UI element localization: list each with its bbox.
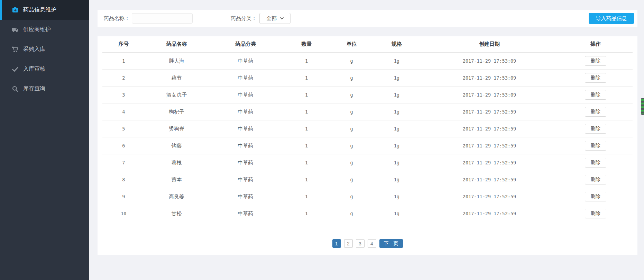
- row-number: 5: [102, 126, 145, 132]
- created-date: 2017-11-29 17:53:09: [421, 58, 559, 64]
- created-date: 2017-11-29 17:52:59: [421, 211, 559, 216]
- unit: g: [330, 126, 373, 132]
- row-number: 1: [102, 58, 145, 64]
- unit: g: [330, 92, 373, 98]
- created-date: 2017-11-29 17:52:59: [421, 126, 559, 132]
- drug-name-input[interactable]: [132, 13, 193, 24]
- table-row: 4枸杞子中草药1g1g2017-11-29 17:52:59删除: [102, 103, 633, 120]
- column-header: 规格: [373, 41, 421, 47]
- quantity: 1: [283, 143, 330, 148]
- import-drug-info-button[interactable]: 导入药品信息: [589, 13, 634, 24]
- unit: g: [330, 58, 373, 64]
- column-header: 单位: [330, 41, 373, 47]
- drug-name: 烫狗脊: [145, 126, 209, 132]
- spec: 1g: [373, 75, 421, 81]
- created-date: 2017-11-29 17:52:59: [421, 160, 559, 165]
- drug-category: 中草药: [209, 160, 283, 166]
- table-row: 5烫狗脊中草药1g1g2017-11-29 17:52:59删除: [102, 120, 633, 137]
- quantity: 1: [283, 109, 330, 115]
- drug-name: 藕节: [145, 75, 209, 81]
- column-header: 药品分类: [209, 41, 283, 47]
- drug-category-selected-value: 全部: [266, 15, 277, 22]
- drug-name: 甘松: [145, 210, 209, 217]
- quantity: 1: [283, 177, 330, 182]
- page-button-2[interactable]: 2: [344, 239, 353, 248]
- row-actions: 删除: [558, 73, 633, 83]
- pagination: 1234下一页: [102, 239, 633, 248]
- row-number: 10: [102, 211, 145, 216]
- drug-category-select[interactable]: 全部: [259, 13, 291, 24]
- column-header: 创建日期: [421, 41, 559, 47]
- medkit-icon: [11, 6, 19, 14]
- delete-button[interactable]: 删除: [585, 141, 606, 151]
- drug-category: 中草药: [209, 109, 283, 115]
- drug-category: 中草药: [209, 126, 283, 132]
- sidebar-item-supplier[interactable]: 供应商维护: [0, 20, 89, 39]
- table-row: 9高良姜中草药1g1g2017-11-29 17:52:59删除: [102, 188, 633, 205]
- cart-icon: [11, 46, 19, 53]
- page-button-3[interactable]: 3: [356, 239, 365, 248]
- unit: g: [330, 143, 373, 148]
- scrollbar-thumb[interactable]: [641, 98, 644, 115]
- next-page-button[interactable]: 下一页: [379, 239, 403, 248]
- page-button-1[interactable]: 1: [332, 239, 341, 248]
- drug-name: 葛根: [145, 160, 209, 166]
- unit: g: [330, 109, 373, 115]
- sidebar-item-purchase-inbound[interactable]: 采购入库: [0, 39, 89, 59]
- filter-panel: 药品名称： 药品分类： 全部 导入药品信息: [98, 10, 637, 27]
- table-header-row: 序号药品名称药品分类数量单位规格创建日期操作: [102, 36, 633, 53]
- table-row: 3酒女贞子中草药1g1g2017-11-29 17:53:09删除: [102, 87, 633, 103]
- sidebar-item-inbound-audit[interactable]: 入库审核: [0, 59, 89, 79]
- spec: 1g: [373, 177, 421, 182]
- delete-button[interactable]: 删除: [585, 158, 606, 168]
- spec: 1g: [373, 58, 421, 64]
- sidebar: 药品信息维护供应商维护采购入库入库审核库存查询: [0, 0, 89, 280]
- sidebar-item-label: 入库审核: [23, 65, 45, 73]
- spec: 1g: [373, 109, 421, 115]
- table-row: 2藕节中草药1g1g2017-11-29 17:53:09删除: [102, 70, 633, 87]
- delete-button[interactable]: 删除: [585, 175, 606, 184]
- column-header: 操作: [558, 41, 633, 47]
- delete-button[interactable]: 删除: [585, 209, 606, 218]
- spec: 1g: [373, 92, 421, 98]
- row-actions: 删除: [558, 192, 633, 201]
- drug-category: 中草药: [209, 58, 283, 64]
- drug-category: 中草药: [209, 92, 283, 98]
- page-button-4[interactable]: 4: [368, 239, 376, 248]
- sidebar-item-drug-info[interactable]: 药品信息维护: [0, 0, 89, 20]
- row-number: 9: [102, 194, 145, 199]
- row-actions: 删除: [558, 90, 633, 100]
- search-icon: [11, 85, 19, 93]
- delete-button[interactable]: 删除: [585, 107, 606, 117]
- table-row: 8藁本中草药1g1g2017-11-29 17:52:59删除: [102, 171, 633, 188]
- spec: 1g: [373, 194, 421, 199]
- created-date: 2017-11-29 17:52:59: [421, 143, 559, 148]
- drug-category: 中草药: [209, 177, 283, 183]
- spec: 1g: [373, 160, 421, 165]
- delete-button[interactable]: 删除: [585, 192, 606, 201]
- sidebar-item-label: 库存查询: [23, 85, 45, 92]
- created-date: 2017-11-29 17:52:59: [421, 177, 559, 182]
- quantity: 1: [283, 75, 330, 81]
- quantity: 1: [283, 160, 330, 165]
- column-header: 序号: [102, 41, 145, 47]
- sidebar-item-stock-query[interactable]: 库存查询: [0, 79, 89, 99]
- created-date: 2017-11-29 17:53:09: [421, 75, 559, 81]
- row-number: 3: [102, 92, 145, 98]
- row-actions: 删除: [558, 158, 633, 168]
- delete-button[interactable]: 删除: [585, 56, 606, 66]
- quantity: 1: [283, 92, 330, 98]
- delete-button[interactable]: 删除: [585, 124, 606, 134]
- truck-icon: [11, 26, 19, 34]
- table-row: 7葛根中草药1g1g2017-11-29 17:52:59删除: [102, 154, 633, 171]
- drug-name: 胖大海: [145, 58, 209, 64]
- drug-category-label: 药品分类：: [231, 15, 257, 22]
- created-date: 2017-11-29 17:52:59: [421, 194, 559, 199]
- delete-button[interactable]: 删除: [585, 90, 606, 100]
- unit: g: [330, 177, 373, 182]
- delete-button[interactable]: 删除: [585, 73, 606, 83]
- drug-name: 藁本: [145, 177, 209, 183]
- created-date: 2017-11-29 17:53:09: [421, 92, 559, 98]
- drug-name: 高良姜: [145, 193, 209, 200]
- table-row: 6钩藤中草药1g1g2017-11-29 17:52:59删除: [102, 137, 633, 154]
